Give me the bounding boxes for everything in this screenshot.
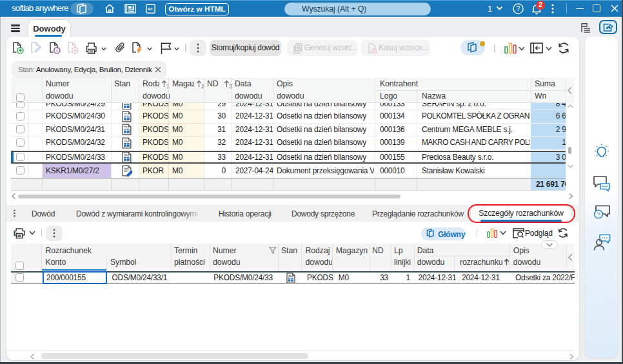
svg-text:?: ?: [597, 211, 600, 218]
svg-text:BC: BC: [148, 7, 153, 11]
svg-text:?: ?: [517, 5, 520, 12]
